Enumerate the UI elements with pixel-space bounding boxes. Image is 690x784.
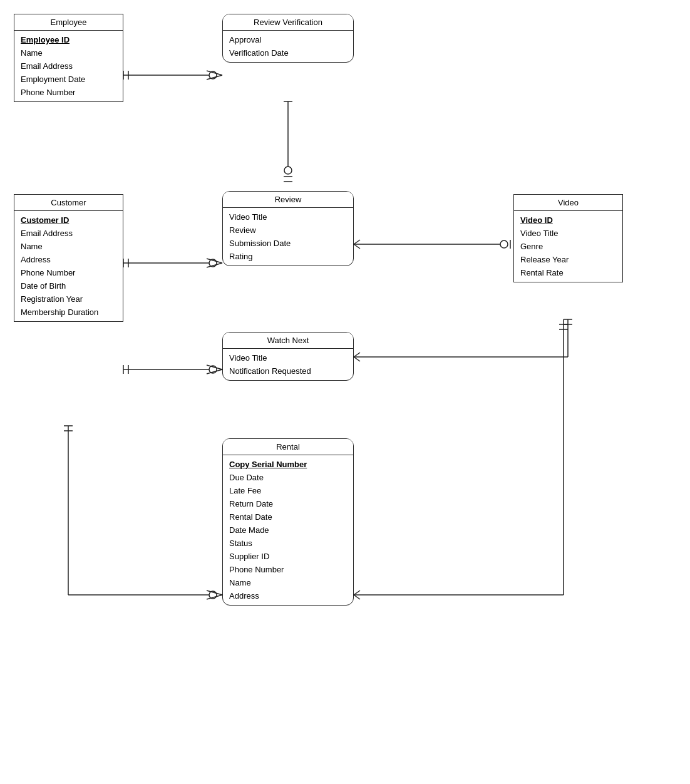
field-employee-id: Employee ID — [21, 33, 116, 46]
field-customer-membership: Membership Duration — [21, 306, 116, 319]
field-rental-phone: Phone Number — [229, 563, 347, 576]
svg-line-27 — [354, 353, 360, 357]
entity-watch-next: Watch Next Video Title Notification Requ… — [222, 332, 354, 381]
field-video-genre: Genre — [520, 240, 616, 253]
field-review-review: Review — [229, 224, 347, 237]
field-rv-verification-date: Verification Date — [229, 46, 347, 59]
svg-line-18 — [354, 240, 360, 244]
entity-employee: Employee Employee ID Name Email Address … — [14, 14, 123, 102]
field-rental-return-date: Return Date — [229, 497, 347, 510]
svg-line-28 — [354, 357, 360, 361]
svg-point-39 — [209, 591, 217, 599]
entity-watch-next-body: Video Title Notification Requested — [223, 349, 353, 380]
field-rv-approval: Approval — [229, 33, 347, 46]
field-rental-due-date: Due Date — [229, 471, 347, 484]
entity-video: Video Video ID Video Title Genre Release… — [513, 194, 623, 282]
entity-watch-next-header: Watch Next — [223, 333, 353, 349]
svg-line-4 — [207, 71, 222, 75]
field-customer-address: Address — [21, 253, 116, 266]
field-rental-address: Address — [229, 589, 347, 602]
field-rental-supplier-id: Supplier ID — [229, 550, 347, 563]
field-rental-status: Status — [229, 537, 347, 550]
svg-point-14 — [209, 259, 217, 267]
field-review-submission-date: Submission Date — [229, 237, 347, 250]
field-customer-reg-year: Registration Year — [21, 292, 116, 306]
field-customer-dob: Date of Birth — [21, 279, 116, 292]
field-rental-name: Name — [229, 576, 347, 589]
field-video-id: Video ID — [520, 214, 616, 227]
svg-point-3 — [209, 71, 217, 79]
entity-review-verification-body: Approval Verification Date — [223, 31, 353, 62]
svg-line-45 — [354, 595, 360, 599]
svg-line-5 — [207, 75, 222, 80]
field-video-title: Video Title — [520, 227, 616, 240]
entity-customer: Customer Customer ID Email Address Name … — [14, 194, 123, 322]
entity-review-verification-header: Review Verification — [223, 14, 353, 31]
entity-video-body: Video ID Video Title Genre Release Year … — [514, 211, 622, 282]
field-customer-name: Name — [21, 240, 116, 253]
svg-point-8 — [284, 167, 292, 174]
field-employee-email: Email Address — [21, 59, 116, 73]
field-review-rating: Rating — [229, 250, 347, 263]
svg-line-33 — [207, 365, 222, 369]
svg-line-40 — [207, 591, 222, 595]
entity-employee-body: Employee ID Name Email Address Employmen… — [14, 31, 123, 101]
svg-line-15 — [207, 259, 222, 263]
svg-line-41 — [207, 595, 222, 599]
entity-rental-body: Copy Serial Number Due Date Late Fee Ret… — [223, 455, 353, 605]
svg-line-16 — [207, 263, 222, 267]
svg-line-19 — [354, 244, 360, 249]
entity-review-header: Review — [223, 192, 353, 208]
field-customer-phone: Phone Number — [21, 266, 116, 279]
connections-svg — [0, 0, 690, 784]
entity-rental-header: Rental — [223, 439, 353, 455]
field-rental-serial: Copy Serial Number — [229, 458, 347, 471]
field-customer-email: Email Address — [21, 227, 116, 240]
field-video-release-year: Release Year — [520, 253, 616, 266]
field-rental-late-fee: Late Fee — [229, 484, 347, 497]
field-wn-video-title: Video Title — [229, 351, 347, 364]
entity-customer-header: Customer — [14, 195, 123, 211]
field-wn-notification: Notification Requested — [229, 364, 347, 378]
field-review-video-title: Video Title — [229, 210, 347, 224]
entity-review-body: Video Title Review Submission Date Ratin… — [223, 208, 353, 266]
field-rental-rental-date: Rental Date — [229, 510, 347, 524]
field-employee-name: Name — [21, 46, 116, 59]
svg-point-32 — [209, 366, 217, 373]
entity-review: Review Video Title Review Submission Dat… — [222, 191, 354, 266]
entity-video-header: Video — [514, 195, 622, 211]
field-customer-id: Customer ID — [21, 214, 116, 227]
svg-line-34 — [207, 369, 222, 374]
entity-customer-body: Customer ID Email Address Name Address P… — [14, 211, 123, 321]
svg-point-20 — [500, 240, 508, 248]
field-rental-date-made: Date Made — [229, 524, 347, 537]
entity-rental: Rental Copy Serial Number Due Date Late … — [222, 438, 354, 606]
field-employee-employment-date: Employment Date — [21, 73, 116, 86]
erd-diagram: Employee Employee ID Name Email Address … — [0, 0, 690, 784]
entity-employee-header: Employee — [14, 14, 123, 31]
field-video-rental-rate: Rental Rate — [520, 266, 616, 279]
svg-line-44 — [354, 591, 360, 595]
entity-review-verification: Review Verification Approval Verificatio… — [222, 14, 354, 63]
field-employee-phone: Phone Number — [21, 86, 116, 99]
